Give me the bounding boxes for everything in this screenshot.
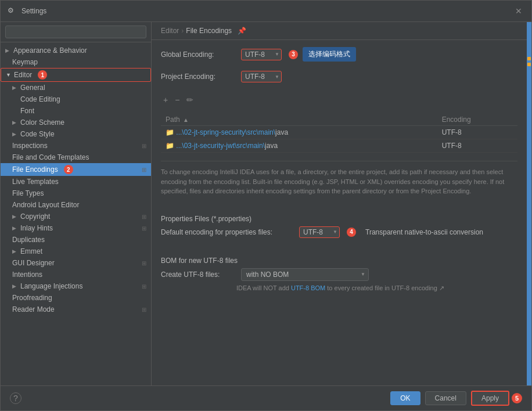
sidebar-item-label: Code Style [20,130,55,138]
sidebar-item-label: Android Layout Editor [12,201,79,209]
bom-label: BOM for new UTF-8 files [161,257,517,265]
arrow-icon: ▶ [5,48,11,53]
side-marker [527,63,531,66]
search-input[interactable] [5,26,146,38]
sidebar-item-code-editing[interactable]: Code Editing [1,93,151,105]
sidebar-item-label: GUI Designer [12,259,55,267]
global-encoding-label: Global Encoding: [161,51,236,59]
sidebar-item-label: Intentions [12,271,42,279]
arrow-icon: ▶ [12,248,18,254]
sidebar-tree: ▶ Appearance & Behavior Keymap ▼ Editor … [1,42,151,385]
sidebar-item-inlay-hints[interactable]: ▶ Inlay Hints ⊞ [1,222,151,234]
default-enc-select[interactable]: UTF-8 [299,226,340,238]
sidebar-item-label: Language Injections [20,282,82,290]
arrow-icon: ▶ [12,283,18,289]
project-encoding-select[interactable]: UTF-8 [241,71,282,82]
sidebar-item-label: Keymap [12,58,38,66]
badge-icon: ⊞ [142,214,146,220]
properties-section: Properties Files (*.properties) Default … [161,210,517,241]
sidebar-item-appearance[interactable]: ▶ Appearance & Behavior [1,45,151,56]
bom-select[interactable]: with NO BOM with BOM [241,268,369,281]
sidebar-item-file-code-templates[interactable]: File and Code Templates [1,152,151,163]
sidebar-item-color-scheme[interactable]: ▶ Color Scheme [1,117,151,128]
file-path-cell: 📁 ...\02-jt-spring-security\src\main\jav… [161,126,437,139]
sidebar-item-proofreading[interactable]: Proofreading [1,292,151,304]
panel-header: Editor › File Encodings 📌 [152,22,527,40]
properties-label: Properties Files (*.properties) [161,215,517,223]
sidebar-item-reader-mode[interactable]: Reader Mode ⊞ [1,304,151,315]
sidebar-item-general[interactable]: ▶ General [1,82,151,93]
sidebar-item-font[interactable]: Font [1,105,151,117]
sidebar-item-label: Code Editing [20,95,60,103]
help-button[interactable]: ? [10,392,21,404]
sidebar-item-inspections[interactable]: Inspections ⊞ [1,140,151,152]
sidebar-item-live-templates[interactable]: Live Templates [1,176,151,188]
sidebar-item-file-types[interactable]: File Types [1,188,151,199]
badge-5: 5 [512,393,522,403]
project-encoding-label: Project Encoding: [161,73,236,81]
bom-info-suffix: to every created file in UTF-8 encoding … [325,284,444,291]
table-row[interactable]: 📁 ...\02-jt-spring-security\src\main\jav… [161,126,517,139]
breadcrumb-parent: Editor [161,27,179,35]
sidebar-item-file-encodings[interactable]: File Encodings 2 ⊞ [1,163,151,176]
sidebar-item-language-injections[interactable]: ▶ Language Injections ⊞ [1,280,151,292]
sidebar-item-label: General [20,84,45,92]
sidebar-item-label: Copyright [20,212,50,221]
global-encoding-select[interactable]: UTF-8 [241,49,282,60]
table-row[interactable]: 📁 ...\03-jt-security-jwt\src\main\java U… [161,139,517,153]
sidebar-item-editor[interactable]: ▼ Editor 1 [1,68,151,82]
project-encoding-select-wrapper: UTF-8 [241,71,282,82]
search-bar [1,22,151,42]
breadcrumb-separator: › [181,27,184,35]
sort-icon: ▲ [183,117,189,123]
cancel-button[interactable]: Cancel [425,391,466,405]
close-button[interactable]: ✕ [513,5,524,17]
sidebar-item-code-style[interactable]: ▶ Code Style [1,128,151,140]
folder-icon: 📁 [166,142,176,150]
sidebar-item-label: Inlay Hints [20,224,53,232]
sidebar-item-android-layout-editor[interactable]: Android Layout Editor [1,199,151,211]
main-content: ▶ Appearance & Behavior Keymap ▼ Editor … [1,22,531,385]
sidebar-item-emmet[interactable]: ▶ Emmet [1,246,151,257]
settings-dialog: ⚙ Settings ✕ ▶ Appearance & Behavior Ke [0,0,532,411]
global-encoding-row: Global Encoding: UTF-8 3 选择编码格式 [161,47,517,62]
sidebar-item-keymap[interactable]: Keymap [1,56,151,68]
sidebar-item-label: Reader Mode [12,305,55,313]
file-path-cell: 📁 ...\03-jt-security-jwt\src\main\java [161,139,437,153]
remove-button[interactable]: − [172,94,182,106]
apply-button[interactable]: Apply [471,391,509,406]
sidebar-item-copyright[interactable]: ▶ Copyright ⊞ [1,211,151,222]
badge-icon: ⊞ [142,167,146,173]
bom-info-link[interactable]: UTF-8 BOM [291,284,325,291]
bom-row: Create UTF-8 files: with NO BOM with BOM [161,268,517,281]
breadcrumb: Editor › File Encodings [161,27,232,35]
file-encodings-table: Path ▲ Encoding 📁 ...\02-jt-spring-secur… [161,114,517,153]
default-encoding-row: Default encoding for properties files: U… [161,226,517,238]
arrow-icon: ▶ [12,85,18,91]
bom-info-prefix: IDEA will NOT add [236,284,291,291]
sidebar-item-label: Duplicates [12,236,45,244]
badge-icon: ⊞ [142,143,146,149]
right-sidebar-strip [527,22,531,385]
sidebar-item-label: Color Scheme [20,118,64,127]
badge-3: 3 [289,50,298,59]
arrow-icon: ▶ [12,225,18,231]
sidebar-item-label: Emmet [20,247,42,255]
arrow-icon: ▶ [12,131,18,137]
transparent-label: Transparent native-to-ascii conversion [365,228,483,236]
edit-button[interactable]: ✏ [184,94,196,106]
right-panel: Editor › File Encodings 📌 Global Encodin… [152,22,527,385]
col-encoding: Encoding [437,114,517,126]
sidebar-item-duplicates[interactable]: Duplicates [1,234,151,246]
badge-icon: ⊞ [142,283,146,290]
sidebar-item-label: Inspections [12,142,48,150]
ok-button[interactable]: OK [390,391,420,405]
sidebar-item-intentions[interactable]: Intentions [1,269,151,280]
bom-info: IDEA will NOT add UTF-8 BOM to every cre… [236,284,517,292]
sidebar-item-gui-designer[interactable]: GUI Designer ⊞ [1,257,151,269]
bom-select-wrapper: with NO BOM with BOM [241,268,369,281]
path-bold: java [265,142,278,150]
col-path: Path ▲ [161,114,437,126]
add-button[interactable]: + [161,94,170,106]
sidebar: ▶ Appearance & Behavior Keymap ▼ Editor … [1,22,152,385]
